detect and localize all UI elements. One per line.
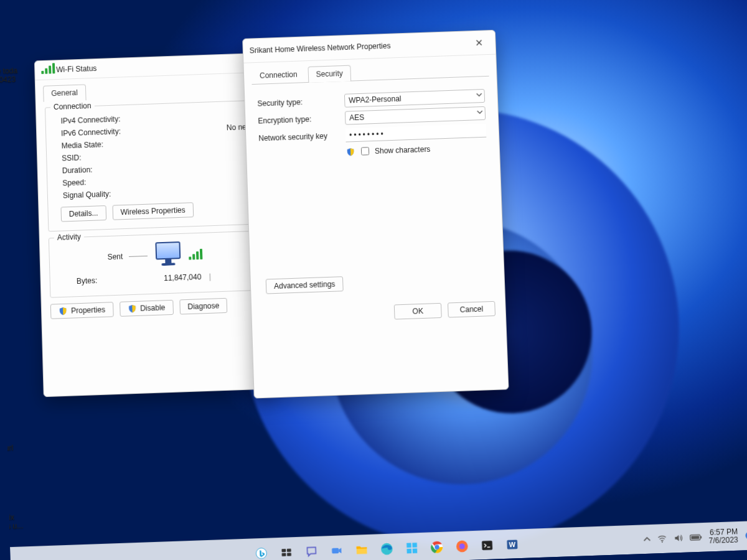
- desktop-icon-label: fix: [7, 513, 14, 522]
- desktop-icon-fragment[interactable]: fix s u...: [7, 513, 24, 531]
- svg-rect-21: [701, 536, 702, 538]
- desktop-icon-sublabel: 10423: [0, 75, 16, 84]
- close-button[interactable]: [469, 35, 489, 50]
- explorer-icon[interactable]: [354, 541, 370, 558]
- shield-icon: [59, 307, 67, 316]
- svg-rect-3: [282, 553, 286, 556]
- label-media-state: Media State:: [61, 139, 148, 151]
- desktop-icon-label: url: [5, 444, 14, 453]
- bytes-label: Bytes:: [77, 274, 164, 286]
- svg-rect-8: [412, 543, 417, 548]
- chevron-down-icon: [476, 91, 482, 98]
- label-encryption-type: Encryption type:: [258, 114, 345, 126]
- signal-bars-icon: [189, 248, 203, 260]
- network-key-field[interactable]: [345, 124, 486, 142]
- diagnose-button[interactable]: Diagnose: [179, 298, 228, 315]
- label-speed: Speed:: [62, 176, 149, 188]
- group-connection: Connection IPv4 Connectivity: IPv6 Conne…: [45, 100, 260, 232]
- tray-date: 7/6/2023: [708, 536, 738, 545]
- shield-icon: [128, 304, 136, 314]
- chrome-icon[interactable]: [428, 538, 445, 555]
- label-security-type: Security type:: [257, 96, 344, 108]
- tab-panel-security: Security type: Encryption type: Network …: [252, 76, 497, 301]
- svg-rect-2: [287, 548, 291, 551]
- label-ssid: SSID:: [62, 151, 149, 163]
- chevron-down-icon: [477, 109, 483, 115]
- tray-chevron-icon[interactable]: [643, 535, 651, 543]
- group-activity: Activity Sent Bytes: 11,847,040 |: [49, 230, 262, 297]
- svg-point-18: [662, 541, 663, 543]
- desktop-icon-sublabel: s u...: [7, 521, 24, 531]
- disable-button[interactable]: Disable: [120, 300, 174, 317]
- label-network-key: Network security key: [258, 131, 345, 143]
- ok-button[interactable]: OK: [394, 303, 442, 320]
- label-signal-quality: Signal Quality:: [63, 189, 150, 200]
- edge-icon[interactable]: [378, 540, 395, 557]
- camera-icon[interactable]: [328, 542, 345, 559]
- window-title: Wi-Fi Status: [56, 58, 258, 74]
- taskbar: W 6:57 PM 7/6/2023: [10, 521, 747, 560]
- properties-button[interactable]: Properties: [50, 302, 114, 319]
- svg-rect-9: [406, 548, 411, 553]
- details-button[interactable]: Details...: [60, 205, 106, 222]
- word-icon[interactable]: W: [504, 536, 520, 553]
- desktop-icon-label: te toda: [0, 66, 17, 75]
- chat-icon[interactable]: [303, 543, 320, 559]
- value-ipv6: No ne: [148, 123, 249, 135]
- desktop-icon-fragment[interactable]: url: [5, 444, 14, 453]
- desktop-icon-fragment[interactable]: te toda 10423: [0, 66, 18, 84]
- system-tray[interactable]: 6:57 PM 7/6/2023: [643, 521, 747, 554]
- security-type-value[interactable]: [344, 89, 485, 108]
- network-properties-window: Srikant Home Wireless Network Properties…: [242, 30, 509, 399]
- firefox-icon[interactable]: [454, 538, 471, 554]
- monitor-icon: [154, 241, 183, 269]
- svg-text:W: W: [509, 540, 516, 548]
- sent-label: Sent: [107, 252, 123, 261]
- label-ipv6: IPv6 Connectivity:: [61, 126, 148, 138]
- svg-rect-15: [482, 540, 492, 549]
- close-icon: [476, 39, 482, 45]
- wifi-status-window: Wi-Fi Status General Connection IPv4 Con…: [34, 53, 275, 398]
- bytes-sent-value: 11,847,040: [164, 273, 204, 282]
- wireless-properties-button[interactable]: Wireless Properties: [112, 202, 194, 220]
- tray-battery-icon[interactable]: [690, 533, 703, 541]
- tray-volume-icon[interactable]: [674, 533, 684, 543]
- tray-wifi-icon[interactable]: [657, 533, 667, 544]
- label-duration: Duration:: [62, 164, 149, 175]
- label-ipv4: IPv4 Connectivity:: [60, 114, 148, 126]
- advanced-settings-button[interactable]: Advanced settings: [266, 276, 344, 294]
- svg-rect-10: [413, 548, 418, 553]
- start-icon[interactable]: [403, 539, 420, 556]
- group-legend: Connection: [50, 101, 95, 111]
- tab-security[interactable]: Security: [308, 65, 351, 83]
- window-title: Srikant Home Wireless Network Properties: [250, 39, 469, 55]
- svg-rect-20: [692, 536, 700, 539]
- shield-icon: [346, 147, 355, 156]
- svg-rect-1: [281, 549, 286, 552]
- show-characters-label: Show characters: [375, 144, 431, 155]
- encryption-type-value[interactable]: [345, 106, 486, 125]
- svg-point-0: [256, 548, 266, 559]
- tray-notifications-icon[interactable]: [744, 530, 747, 541]
- taskview-icon[interactable]: [278, 544, 295, 560]
- tab-general[interactable]: General: [43, 84, 86, 101]
- cancel-button[interactable]: Cancel: [448, 301, 496, 318]
- encryption-type-combo[interactable]: [345, 106, 486, 125]
- wifi-signal-icon: [41, 65, 51, 75]
- bing-icon[interactable]: [253, 544, 270, 560]
- svg-rect-4: [287, 553, 291, 556]
- security-type-combo[interactable]: [344, 89, 485, 108]
- show-characters-checkbox[interactable]: [361, 147, 369, 155]
- svg-rect-7: [406, 543, 411, 548]
- terminal-icon[interactable]: [479, 536, 496, 553]
- svg-rect-5: [332, 548, 339, 553]
- group-legend: Activity: [54, 232, 84, 242]
- tab-connection[interactable]: Connection: [251, 66, 306, 84]
